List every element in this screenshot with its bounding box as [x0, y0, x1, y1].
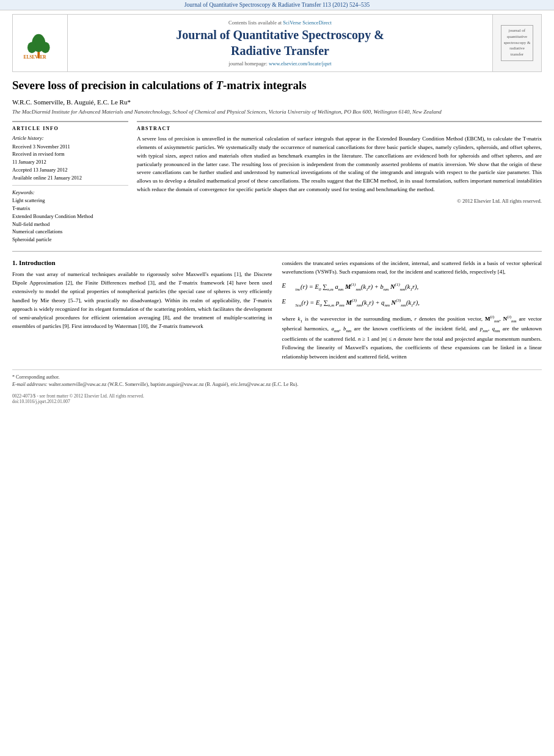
right-paragraph-2: where k1 is the wavevector in the surrou… — [282, 314, 542, 361]
svg-point-2 — [27, 42, 36, 53]
issn-line: 0022-4073/$ - see front matter © 2012 El… — [12, 393, 542, 399]
keyword-6: Spheroidal particle — [12, 236, 128, 244]
introduction-paragraph: From the vast array of numerical techniq… — [12, 270, 272, 331]
article-history-title: Article history: — [12, 135, 128, 141]
keywords-label: Keywords: — [12, 189, 128, 195]
abstract-text: A severe loss of precision is unravelled… — [137, 135, 542, 195]
svg-point-3 — [40, 42, 49, 53]
main-divider — [12, 251, 542, 252]
top-bar: Journal of Quantitative Spectroscopy & R… — [0, 0, 554, 10]
footer-section: * Corresponding author. E-mail addresses… — [12, 369, 542, 404]
elsevier-logo-icon: ELSEVIER — [19, 26, 62, 60]
article-body: ARTICLE INFO Article history: Received 3… — [12, 121, 542, 244]
keyword-5: Numerical cancellations — [12, 228, 128, 236]
article-authors: W.R.C. Somerville, B. Auguié, E.C. Le Ru… — [12, 98, 542, 106]
keyword-3: Extended Boundary Condition Method — [12, 213, 128, 220]
sciverse-link[interactable]: SciVerse ScienceDirect — [283, 20, 332, 26]
accepted-date: Accepted 13 January 2012 — [12, 166, 128, 174]
copyright-line: © 2012 Elsevier Ltd. All rights reserved… — [137, 198, 542, 204]
formula-2-block: E Sca(r) = E0 ∑n,m pnm M(3)nm(k1r) + qnm… — [282, 298, 542, 308]
revised-date: 11 January 2012 — [12, 158, 128, 166]
introduction-title: 1. Introduction — [12, 259, 272, 266]
keyword-2: T-matrix — [12, 205, 128, 213]
sciverse-line: Contents lists available at SciVerse Sci… — [228, 20, 332, 26]
journal-header: ELSEVIER Contents lists available at Sci… — [12, 14, 542, 72]
journal-homepage-link[interactable]: www.elsevier.com/locate/jqsrt — [269, 60, 332, 67]
article-container: Severe loss of precision in calculations… — [12, 78, 542, 404]
received-date-1: Received 3 November 2011 — [12, 143, 128, 151]
received-revised-label: Received in revised form — [12, 150, 128, 158]
available-online-date: Available online 21 January 2012 — [12, 174, 128, 182]
article-info-section: ARTICLE INFO Article history: Received 3… — [12, 121, 128, 244]
svg-text:ELSEVIER: ELSEVIER — [23, 54, 46, 60]
keyword-1: Light scattering — [12, 197, 128, 205]
article-affiliation: The MacDiarmid Institute for Advanced Ma… — [12, 109, 542, 115]
info-divider — [12, 185, 128, 186]
journal-title-banner: Journal of Quantitative Spectroscopy &Ra… — [176, 27, 384, 59]
main-content-two-col: 1. Introduction From the vast array of n… — [12, 259, 542, 361]
col-left: 1. Introduction From the vast array of n… — [12, 259, 272, 361]
corresponding-author-note: * Corresponding author. — [12, 374, 542, 381]
journal-thumbnail: journal of quantitative spectroscopy & r… — [492, 15, 541, 71]
journal-citation: Journal of Quantitative Spectroscopy & R… — [184, 2, 370, 8]
keyword-4: Null-field method — [12, 220, 128, 228]
email-footnote: E-mail addresses: walter.somerville@vuw.… — [12, 381, 542, 388]
footer-bar: 0022-4073/$ - see front matter © 2012 El… — [12, 393, 542, 404]
keywords-list: Light scattering T-matrix Extended Bound… — [12, 197, 128, 244]
abstract-header: ABSTRACT — [137, 126, 542, 131]
article-info-header: ARTICLE INFO — [12, 126, 128, 131]
doi-line: doi:10.1016/j.jqsrt.2012.01.007 — [12, 399, 542, 404]
abstract-section: ABSTRACT A severe loss of precision is u… — [137, 121, 542, 244]
elsevier-logo-section: ELSEVIER — [13, 15, 68, 71]
journal-header-center: Contents lists available at SciVerse Sci… — [68, 15, 492, 71]
journal-homepage-line: journal homepage: www.elsevier.com/locat… — [228, 60, 331, 67]
formula-1-block: E inc(r) = E0 ∑n,m anm M(1)nm(k1r) + bnm… — [282, 282, 542, 292]
right-paragraph-1: considers the truncated series expansion… — [282, 259, 542, 276]
col-right: considers the truncated series expansion… — [282, 259, 542, 361]
article-title: Severe loss of precision in calculations… — [12, 78, 542, 93]
